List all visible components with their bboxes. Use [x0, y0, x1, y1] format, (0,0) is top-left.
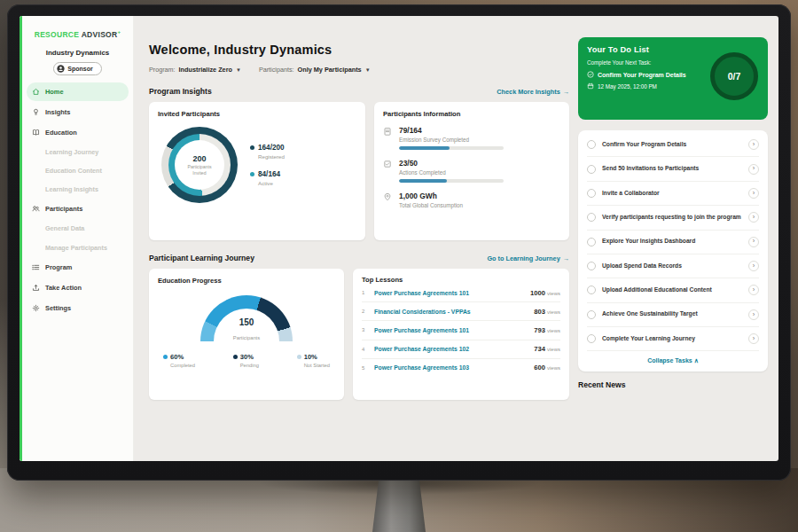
sidebar-item-label: Participants — [45, 206, 82, 212]
task-checkbox[interactable] — [587, 140, 596, 149]
sidebar-item-home[interactable]: Home — [27, 82, 129, 101]
task-row[interactable]: Verify participants requesting to join t… — [587, 206, 759, 230]
page-title: Welcome, Industry Dynamics — [149, 43, 569, 57]
lesson-views-value: 734 — [534, 345, 545, 353]
active-dot — [250, 172, 254, 176]
todo-due-date-label: 12 May 2025, 12:00 PM — [598, 83, 657, 90]
task-row[interactable]: Upload Additional Educational Content › — [587, 278, 759, 302]
task-checkbox[interactable] — [587, 286, 596, 294]
monitor-bezel: RESOURCE ADVISOR+ Industry Dynamics Spon… — [7, 4, 791, 481]
gauge-center-label: Participants — [233, 335, 260, 340]
sidebar-item-learning-journey[interactable]: Learning Journey — [27, 144, 129, 160]
task-row[interactable]: Confirm Your Program Details › — [587, 133, 759, 157]
task-checkbox[interactable] — [587, 238, 596, 246]
active-label: Active — [258, 180, 285, 186]
insights-cards-row: Invited Participants 200 Participants In… — [149, 102, 569, 240]
participants-filter[interactable]: Participants: Only My Participants ▼ — [259, 66, 371, 74]
legend-registered: 164/200 Registered — [250, 144, 285, 160]
task-checkbox[interactable] — [587, 310, 596, 319]
chevron-right-icon[interactable]: › — [748, 139, 759, 150]
collapse-tasks-link[interactable]: Collapse Tasks ∧ — [587, 351, 759, 366]
lesson-views-label: views — [547, 328, 560, 333]
people-icon — [32, 205, 40, 213]
active-value: 84/164 — [258, 170, 280, 178]
task-row[interactable]: Explore Your Insights Dashboard › — [587, 231, 759, 254]
task-checkbox[interactable] — [587, 165, 596, 174]
lesson-row[interactable]: 2 Financial Considerations - VPPAs 803vi… — [362, 302, 560, 321]
sidebar-item-manage-participants[interactable]: Manage Participants — [27, 239, 129, 256]
chevron-right-icon[interactable]: › — [748, 261, 759, 271]
sidebar-item-program[interactable]: Program — [27, 258, 129, 277]
check-more-insights-link[interactable]: Check More Insights → — [497, 88, 569, 96]
sidebar-item-label: Manage Participants — [45, 245, 107, 251]
lesson-title-link[interactable]: Power Purchase Agreements 103 — [374, 364, 528, 371]
lesson-views-value: 600 — [534, 364, 545, 372]
task-label: Upload Spend Data Records — [602, 262, 742, 270]
lesson-row[interactable]: 3 Power Purchase Agreements 101 793views — [362, 321, 560, 340]
learning-journey-header: Participant Learning Journey Go to Learn… — [149, 254, 569, 262]
chevron-right-icon[interactable]: › — [748, 212, 759, 223]
task-label: Upload Additional Educational Content — [602, 286, 742, 294]
lesson-row[interactable]: 5 Power Purchase Agreements 103 600views — [362, 359, 560, 377]
task-label: Send 50 Invitations to Participants — [602, 165, 742, 173]
lesson-row[interactable]: 1 Power Purchase Agreements 101 1000view… — [362, 284, 560, 302]
chevron-right-icon[interactable]: › — [748, 285, 759, 295]
lesson-title-link[interactable]: Power Purchase Agreements 102 — [374, 346, 528, 352]
invited-participants-card: Invited Participants 200 Participants In… — [149, 102, 365, 240]
chevron-right-icon[interactable]: › — [748, 188, 759, 199]
sidebar-item-label: Settings — [45, 305, 71, 311]
program-filter[interactable]: Program: Industrialize Zero ▼ — [149, 66, 241, 74]
chevron-up-icon: ∧ — [694, 357, 699, 364]
participants-filter-label: Participants: — [259, 66, 294, 74]
sidebar-item-take-action[interactable]: Take Action — [27, 278, 129, 297]
top-lessons-title: Top Lessons — [362, 276, 560, 284]
pending-dot — [233, 355, 238, 359]
task-row[interactable]: Invite a Collaborator › — [587, 182, 759, 206]
sidebar-item-insights[interactable]: Insights — [27, 103, 129, 121]
task-row[interactable]: Complete Your Learning Journey › — [587, 327, 759, 351]
chevron-right-icon[interactable]: › — [748, 237, 759, 247]
logo-plus: + — [117, 29, 121, 35]
lesson-row[interactable]: 4 Power Purchase Agreements 102 734views — [362, 340, 560, 359]
legend-completed: 60% Completed — [163, 353, 195, 368]
location-pin-icon — [383, 192, 392, 201]
sidebar: RESOURCE ADVISOR+ Industry Dynamics Spon… — [20, 16, 134, 461]
task-checkbox[interactable] — [587, 262, 596, 270]
person-icon — [57, 65, 65, 73]
chevron-right-icon[interactable]: › — [748, 164, 759, 175]
lesson-views-label: views — [547, 365, 560, 371]
invited-participants-title: Invited Participants — [158, 110, 356, 118]
task-checkbox[interactable] — [587, 334, 596, 343]
sponsor-badge[interactable]: Sponsor — [53, 62, 101, 75]
lesson-title-link[interactable]: Power Purchase Agreements 101 — [374, 327, 528, 333]
sidebar-item-education[interactable]: Education — [27, 123, 129, 142]
registered-value: 164/200 — [258, 144, 285, 152]
task-row[interactable]: Upload Spend Data Records › — [587, 254, 759, 278]
chevron-right-icon[interactable]: › — [748, 309, 759, 320]
todo-next-task-label: Confirm Your Program Details — [598, 72, 686, 78]
sidebar-item-learning-insights[interactable]: Learning Insights — [27, 181, 129, 198]
education-progress-card: Education Progress 150 Participants 60 — [149, 269, 344, 400]
clipboard-icon — [383, 127, 392, 136]
sidebar-item-general-data[interactable]: General Data — [27, 220, 129, 237]
program-insights-header: Program Insights Check More Insights → — [149, 87, 569, 96]
sidebar-item-label: Take Action — [45, 285, 82, 291]
global-consumption-row: 1,000 GWh Total Global Consumption — [383, 192, 560, 208]
task-row[interactable]: Achieve One Sustainability Target › — [587, 303, 759, 327]
donut-center-value: 200 — [192, 154, 206, 163]
task-row[interactable]: Send 50 Invitations to Participants › — [587, 157, 759, 181]
program-filter-value: Industrialize Zero — [179, 66, 232, 74]
task-checkbox[interactable] — [587, 189, 596, 198]
task-checkbox[interactable] — [587, 213, 596, 222]
lesson-title-link[interactable]: Financial Considerations - VPPAs — [374, 309, 528, 315]
sidebar-item-label: Learning Insights — [45, 186, 98, 192]
lesson-rank: 3 — [362, 327, 369, 332]
task-label: Achieve One Sustainability Target — [602, 310, 742, 318]
sidebar-item-settings[interactable]: Settings — [27, 299, 129, 317]
global-consumption-label: Total Global Consumption — [399, 202, 463, 208]
chevron-right-icon[interactable]: › — [748, 333, 759, 344]
go-to-learning-journey-link[interactable]: Go to Learning Journey → — [487, 254, 569, 262]
sidebar-item-education-content[interactable]: Education Content — [27, 162, 129, 179]
sidebar-item-participants[interactable]: Participants — [27, 200, 129, 218]
lesson-title-link[interactable]: Power Purchase Agreements 101 — [374, 290, 525, 296]
